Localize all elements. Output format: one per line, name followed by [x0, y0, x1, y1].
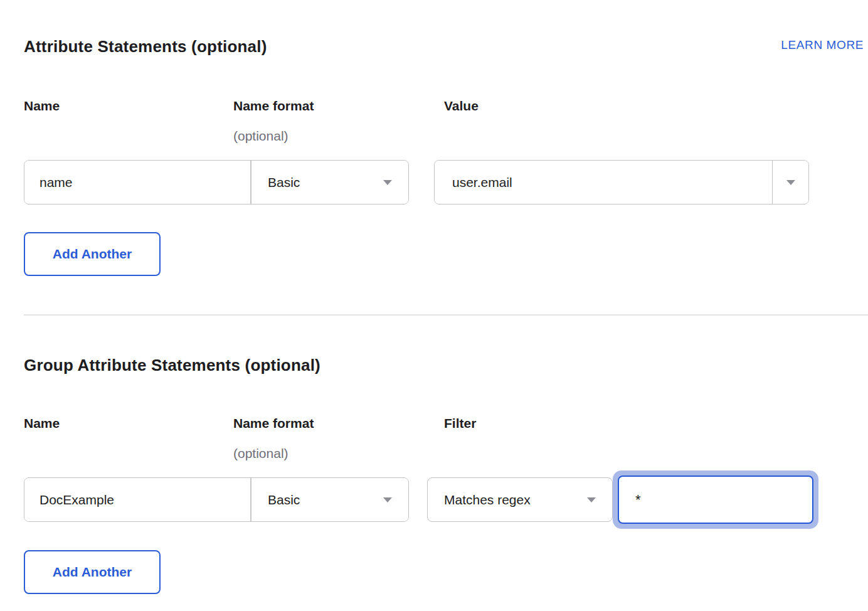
attribute-value-group [434, 160, 809, 205]
attribute-value-dropdown-button[interactable] [773, 161, 808, 204]
attribute-name-format-selected-value: Basic [268, 175, 300, 190]
attribute-name-input[interactable] [24, 161, 251, 204]
column-label-name-format: Name format [233, 97, 314, 115]
column-label-name-format-optional: (optional) [233, 127, 288, 145]
learn-more-link[interactable]: LEARN MORE [781, 38, 864, 53]
chevron-down-icon [383, 497, 392, 502]
attribute-name-format-group: Basic [24, 160, 409, 205]
group-attribute-statements-title: Group Attribute Statements (optional) [24, 355, 320, 375]
group-column-label-filter: Filter [444, 415, 476, 432]
section-divider [24, 314, 868, 316]
group-filter-value-input[interactable] [618, 476, 813, 524]
attribute-value-input[interactable] [435, 161, 773, 204]
saml-settings-page: Attribute Statements (optional) LEARN MO… [0, 0, 868, 611]
attribute-statements-title: Attribute Statements (optional) [24, 36, 267, 56]
attribute-name-format-select[interactable]: Basic [251, 161, 408, 204]
column-label-value: Value [444, 97, 479, 115]
group-filter-value-focus-ring [613, 470, 818, 529]
chevron-down-icon [786, 180, 795, 185]
add-another-group-attribute-button[interactable]: Add Another [24, 550, 161, 594]
column-label-name: Name [24, 97, 60, 115]
add-another-attribute-button[interactable]: Add Another [24, 232, 161, 276]
group-name-format-select[interactable]: Basic [251, 478, 408, 521]
group-filter-operator-select[interactable]: Matches regex [427, 477, 613, 522]
group-column-label-name-format: Name format [233, 415, 314, 432]
chevron-down-icon [383, 180, 392, 185]
chevron-down-icon [587, 497, 596, 502]
group-filter-operator-selected-value: Matches regex [444, 492, 531, 507]
group-column-label-name: Name [24, 415, 60, 432]
group-name-format-selected-value: Basic [268, 492, 300, 507]
group-name-format-group: Basic [24, 477, 409, 522]
group-name-input[interactable] [24, 478, 251, 521]
group-column-label-name-format-optional: (optional) [233, 445, 288, 462]
